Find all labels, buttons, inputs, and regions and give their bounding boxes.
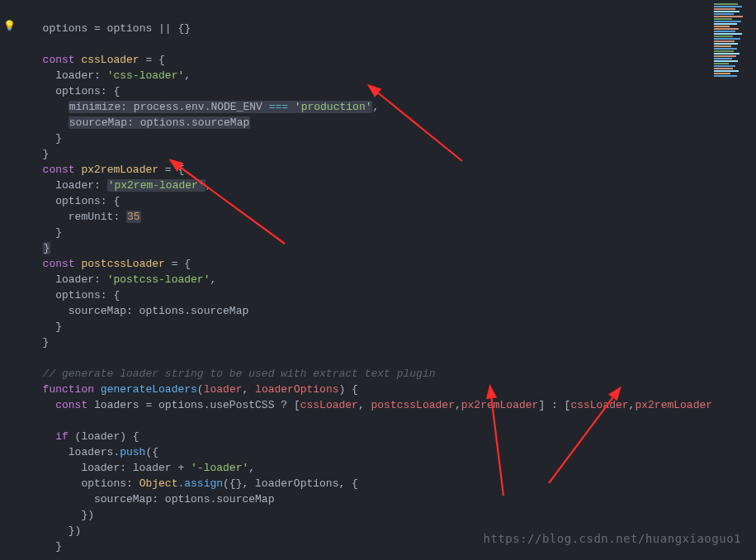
code-area[interactable]: options = options || {} const cssLoader … <box>18 0 711 560</box>
code-line: const cssLoader = { <box>30 54 165 66</box>
code-line: sourceMap: options.sourceMap <box>30 493 274 505</box>
code-line: loaders.push({ <box>30 446 158 458</box>
code-line: loader: 'postcss-loader', <box>30 273 216 286</box>
code-line: const loaders = options.usePostCSS ? [cs… <box>30 399 711 411</box>
code-line: remUnit: 35 <box>30 211 141 223</box>
code-line: options: Object.assign({}, loaderOptions… <box>30 477 358 490</box>
code-line: }) <box>30 509 94 521</box>
code-line: options: { <box>30 85 120 97</box>
code-line: } <box>30 540 62 553</box>
code-line: minimize: process.env.NODE_ENV === 'prod… <box>30 101 379 113</box>
code-line: options: { <box>30 195 120 207</box>
code-line: sourceMap: options.sourceMap <box>30 116 250 129</box>
code-line: } <box>30 148 49 160</box>
lightbulb-icon[interactable]: 💡 <box>3 20 16 32</box>
code-line: loader: 'px2rem-loader', <box>30 179 211 192</box>
code-line: function generateLoaders(loader, loaderO… <box>30 383 358 396</box>
code-line: const postcssLoader = { <box>30 258 191 270</box>
code-line: const px2remLoader = { <box>30 164 184 176</box>
code-line: }) <box>30 524 81 537</box>
code-line: } <box>30 320 62 333</box>
code-line: } <box>30 242 50 254</box>
code-line: if (loader) { <box>30 430 139 443</box>
code-line: options = options || {} <box>30 22 191 35</box>
gutter: 💡 <box>0 0 18 560</box>
code-line: } <box>30 336 49 349</box>
code-line: sourceMap: options.sourceMap <box>30 305 248 317</box>
code-line: } <box>30 226 62 239</box>
code-line: } <box>30 132 62 145</box>
watermark-text: https://blog.csdn.net/huangxiaoguo1 <box>483 532 741 545</box>
code-line: options: { <box>30 289 120 301</box>
code-line: loader: 'css-loader', <box>30 69 191 82</box>
minimap[interactable] <box>711 0 756 560</box>
editor-window: 💡 options = options || {} const cssLoade… <box>0 0 756 560</box>
code-line: loader: loader + '-loader', <box>30 462 255 474</box>
code-comment: // generate loader string to be used wit… <box>30 368 435 380</box>
